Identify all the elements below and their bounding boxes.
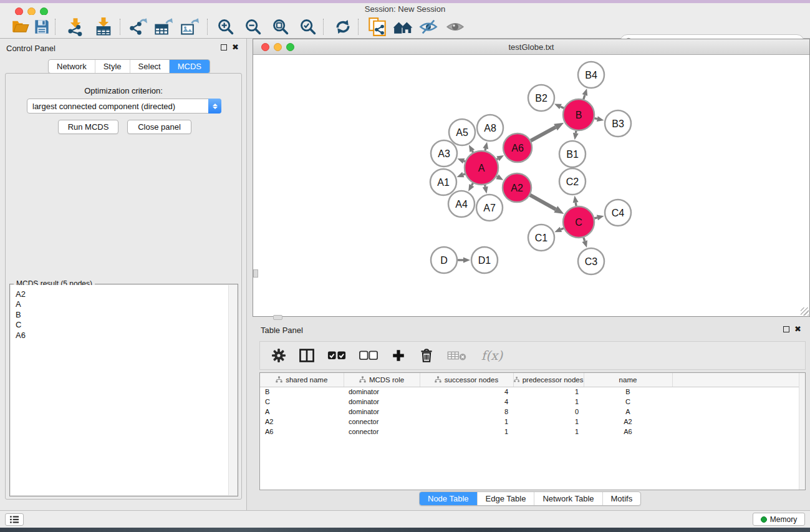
cell-MCDS-role[interactable]: connector	[344, 417, 420, 427]
resize-grip-icon[interactable]	[801, 307, 809, 316]
node-table[interactable]: shared nameMCDS rolesuccessor nodesprede…	[259, 372, 806, 490]
table-row[interactable]: Bdominator41B	[260, 387, 805, 397]
mcds-result-item[interactable]: A2	[16, 289, 232, 299]
tab-style[interactable]: Style	[95, 60, 130, 73]
cell-name[interactable]: B	[584, 387, 672, 397]
cell-predecessor-nodes[interactable]: 1	[513, 397, 584, 407]
cell-successor-nodes[interactable]: 4	[420, 397, 513, 407]
refresh-icon[interactable]	[332, 17, 354, 36]
edge-A-A6[interactable]	[497, 158, 498, 159]
copy-network-icon[interactable]	[367, 17, 388, 36]
zoom-in-icon[interactable]	[215, 17, 236, 36]
edge-B-B1[interactable]	[576, 131, 576, 133]
edge-C-C1[interactable]	[561, 228, 564, 230]
edge-A-A5[interactable]	[472, 151, 473, 153]
first-neighbors-icon[interactable]	[392, 17, 413, 36]
network-canvas[interactable]: AA6A2BCA1A3A4A5A7A8B1B2B3B4C1C2C3C4DD1	[253, 55, 809, 316]
minimize-window-button[interactable]	[274, 43, 282, 51]
cell-predecessor-nodes[interactable]: 0	[513, 407, 584, 417]
cell-successor-nodes[interactable]: 1	[420, 427, 513, 437]
cell-successor-nodes[interactable]: 4	[420, 387, 513, 397]
tab-motifs[interactable]: Motifs	[602, 492, 641, 505]
column-header-shared-name[interactable]: shared name	[260, 373, 344, 387]
cell-MCDS-role[interactable]: dominator	[344, 387, 420, 397]
tab-network-table[interactable]: Network Table	[534, 492, 602, 505]
cell-name[interactable]: A2	[584, 417, 672, 427]
edge-C-C4[interactable]	[594, 218, 597, 218]
tab-node-table[interactable]: Node Table	[420, 492, 477, 505]
zoom-out-icon[interactable]	[243, 17, 264, 36]
export-network-icon[interactable]	[127, 17, 148, 36]
cell-name[interactable]: C	[584, 397, 672, 407]
save-session-icon[interactable]	[31, 17, 52, 36]
mcds-result-item[interactable]: C	[16, 320, 232, 330]
mcds-result-item[interactable]: B	[16, 310, 232, 320]
cell-successor-nodes[interactable]: 1	[420, 417, 513, 427]
tab-network[interactable]: Network	[49, 60, 95, 73]
column-header-predecessor-nodes[interactable]: predecessor nodes	[513, 373, 584, 387]
edge-A-A3[interactable]	[464, 161, 465, 162]
import-table-icon[interactable]	[93, 17, 114, 36]
edge-B-B2[interactable]	[561, 107, 564, 108]
hide-selected-icon[interactable]	[418, 17, 439, 36]
run-mcds-button[interactable]: Run MCDS	[58, 120, 118, 134]
canvas-scroll-nub[interactable]	[253, 269, 258, 278]
mcds-result-scrollbar[interactable]	[228, 285, 237, 495]
close-panel-icon[interactable]: ✖	[232, 44, 239, 51]
cell-predecessor-nodes[interactable]: 1	[513, 417, 584, 427]
import-network-icon[interactable]	[65, 17, 86, 36]
cell-shared-name[interactable]: A	[260, 407, 344, 417]
zoom-selected-icon[interactable]	[297, 17, 319, 36]
table-options-gear-icon[interactable]	[271, 347, 287, 364]
show-columns-icon[interactable]	[299, 347, 315, 364]
delete-columns-icon[interactable]	[418, 347, 435, 364]
edge-B-B4[interactable]	[584, 95, 585, 99]
column-header-MCDS-role[interactable]: MCDS role	[344, 373, 420, 387]
export-image-icon[interactable]	[179, 17, 200, 36]
edge-A-A4[interactable]	[471, 183, 473, 186]
optimization-criterion-select[interactable]: largest connected component (directed)	[27, 99, 221, 114]
table-row[interactable]: Cdominator41C	[260, 397, 805, 407]
table-row[interactable]: A6connector11A6	[260, 427, 805, 437]
cell-MCDS-role[interactable]: dominator	[344, 407, 420, 417]
unselect-all-columns-icon[interactable]	[359, 347, 378, 364]
float-panel-icon[interactable]	[221, 44, 227, 51]
cell-predecessor-nodes[interactable]: 1	[513, 387, 584, 397]
tab-select[interactable]: Select	[130, 60, 169, 73]
edge-A2-C[interactable]	[530, 195, 556, 210]
open-file-icon[interactable]	[10, 17, 31, 36]
cell-name[interactable]: A	[584, 407, 672, 417]
edge-A6-B[interactable]	[531, 127, 556, 141]
delete-table-icon[interactable]	[446, 347, 468, 364]
edge-A-A7[interactable]	[485, 185, 486, 186]
table-row[interactable]: A2connector11A2	[260, 417, 805, 427]
cell-MCDS-role[interactable]: dominator	[344, 397, 420, 407]
edge-A-A1[interactable]	[463, 174, 465, 175]
edge-B-B3[interactable]	[594, 118, 597, 119]
edge-A-A8[interactable]	[485, 148, 486, 150]
cell-shared-name[interactable]: C	[260, 397, 344, 407]
edge-C-C2[interactable]	[576, 203, 576, 206]
cell-successor-nodes[interactable]: 8	[420, 407, 513, 417]
edge-C-C3[interactable]	[584, 238, 585, 241]
cell-shared-name[interactable]: A6	[260, 427, 344, 437]
show-all-icon[interactable]	[445, 17, 466, 36]
tab-mcds[interactable]: MCDS	[169, 60, 210, 73]
close-panel-button[interactable]: Close panel	[127, 120, 191, 134]
tab-edge-table[interactable]: Edge Table	[477, 492, 534, 505]
create-column-icon[interactable]	[390, 347, 407, 364]
memory-button[interactable]: Memory	[753, 513, 805, 526]
table-scrollbar[interactable]	[799, 373, 805, 490]
network-window-titlebar[interactable]: testGlobe.txt	[253, 39, 809, 55]
cell-predecessor-nodes[interactable]: 1	[513, 427, 584, 437]
cell-shared-name[interactable]: B	[260, 387, 344, 397]
zoom-window-button[interactable]	[286, 43, 294, 51]
task-history-button[interactable]	[5, 513, 24, 526]
mcds-result-item[interactable]: A6	[16, 331, 232, 341]
export-table-icon[interactable]	[153, 17, 174, 36]
function-builder-icon[interactable]: f(x)	[480, 347, 504, 364]
select-all-columns-icon[interactable]	[327, 347, 347, 364]
table-row[interactable]: Adominator80A	[260, 407, 805, 417]
close-panel-icon[interactable]: ✖	[794, 326, 801, 333]
zoom-fit-icon[interactable]	[270, 17, 291, 36]
